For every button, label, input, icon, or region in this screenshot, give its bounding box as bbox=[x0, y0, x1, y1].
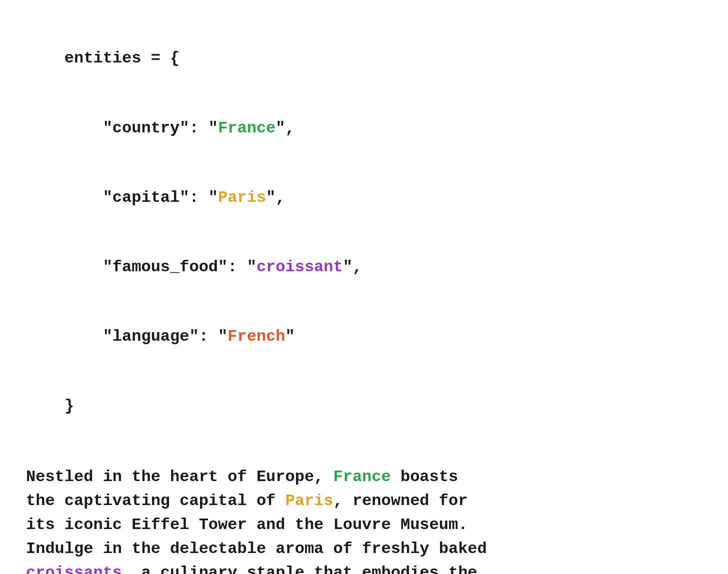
code-value-paris: Paris bbox=[218, 188, 266, 207]
code-value-croissant: croissant bbox=[256, 258, 343, 276]
prose-part1: Nestled in the heart of Europe, bbox=[26, 468, 334, 486]
code-value-french: French bbox=[228, 327, 285, 346]
code-key-food: "famous_food": " bbox=[64, 258, 256, 276]
prose-france: France bbox=[334, 468, 391, 486]
prose-block: Nestled in the heart of Europe, France b… bbox=[26, 465, 702, 574]
code-line-2: "country": "France", bbox=[26, 93, 702, 163]
code-value-france: France bbox=[218, 119, 276, 137]
code-key-country: "country": " bbox=[64, 119, 218, 137]
prose-croissants: croissants bbox=[26, 564, 122, 574]
code-line-3: "capital": "Paris", bbox=[26, 163, 702, 232]
prose-paris: Paris bbox=[285, 492, 333, 510]
code-line-5: "language": "French" bbox=[26, 302, 702, 372]
code-block: entities = { "country": "France", "capit… bbox=[26, 24, 702, 441]
code-suffix-4: ", bbox=[343, 258, 362, 276]
code-line-1: entities = { bbox=[26, 24, 702, 93]
code-suffix-5: " bbox=[285, 327, 294, 346]
code-line-4: "famous_food": "croissant", bbox=[26, 233, 702, 302]
code-key-capital: "capital": " bbox=[64, 188, 218, 207]
code-suffix-2: ", bbox=[276, 119, 294, 137]
code-key-language: "language": " bbox=[64, 327, 228, 346]
code-closing-brace: } bbox=[64, 397, 74, 415]
code-suffix-3: ", bbox=[266, 188, 285, 207]
code-text: entities = { bbox=[64, 49, 180, 67]
code-line-6: } bbox=[26, 372, 702, 441]
